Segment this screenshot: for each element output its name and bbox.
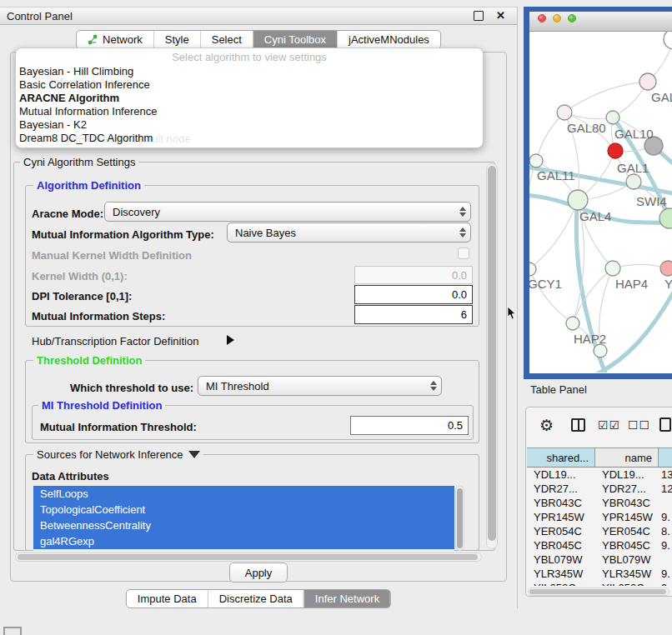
- table-column-header[interactable]: A: [659, 448, 672, 467]
- network-node-nbot[interactable]: [594, 344, 607, 358]
- control-panel-tabs: Network Style Select Cyni Toolbox jActiv…: [76, 30, 441, 49]
- manual-kernel-width-label: Manual Kernel Width Definition: [32, 249, 192, 262]
- stepper-icon: [455, 228, 470, 238]
- attributes-list-scrollbar[interactable]: [455, 486, 464, 551]
- which-threshold-select[interactable]: MI Threshold: [198, 376, 442, 396]
- table-row[interactable]: YDR27...YDR27...12: [527, 482, 672, 496]
- mi-steps-input[interactable]: [354, 305, 473, 324]
- network-node-swi4[interactable]: [626, 174, 641, 189]
- hub-disclosure-icon[interactable]: [227, 335, 234, 345]
- table-horizontal-scrollbar[interactable]: [528, 588, 669, 596]
- unchecked-checkboxes-icon[interactable]: ☐☐: [628, 418, 650, 432]
- algorithm-option[interactable]: Mutual Information Inference: [19, 105, 479, 118]
- data-attribute-item[interactable]: TopologicalCoefficient: [33, 502, 454, 518]
- table-row[interactable]: YLR345WYLR345W9.: [527, 567, 672, 581]
- table-body: YDL19...YDL19...13YDR27...YDR27...12YBR0…: [527, 468, 672, 586]
- algorithm-dropdown-popup: Inference Algorithm galFiltered.sif defa…: [15, 48, 484, 148]
- table-row[interactable]: YIL052CYIL052C9: [527, 581, 672, 586]
- network-edge[interactable]: [613, 264, 668, 268]
- data-attribute-item[interactable]: SelfLoops: [33, 486, 454, 502]
- close-window-icon[interactable]: [538, 14, 546, 22]
- network-node-hap4[interactable]: [605, 261, 620, 276]
- aracne-mode-label: Aracne Mode:: [32, 208, 103, 220]
- network-edge[interactable]: [564, 82, 648, 112]
- table-cell: YDR27...: [527, 482, 595, 496]
- settings-vertical-scrollbar[interactable]: [486, 163, 498, 549]
- network-node-gal4[interactable]: [568, 190, 588, 210]
- attributes-list-scrollbar-thumb[interactable]: [457, 488, 463, 548]
- table-row[interactable]: YBR045CYBR045C9.: [527, 538, 672, 552]
- table-row[interactable]: YDL19...YDL19...13: [527, 468, 672, 482]
- tab-infer-network[interactable]: Infer Network: [303, 590, 390, 608]
- network-node-gal10[interactable]: [606, 111, 619, 124]
- hub-definition-label: Hub/Transcription Factor Definition: [32, 335, 198, 348]
- tab-cyni-toolbox[interactable]: Cyni Toolbox: [253, 31, 337, 48]
- data-attribute-item[interactable]: gal4RGexp: [33, 533, 454, 549]
- network-edge[interactable]: [529, 200, 578, 269]
- manual-kernel-width-checkbox[interactable]: [458, 248, 469, 259]
- network-node-ntop[interactable]: [664, 32, 672, 49]
- tab-style[interactable]: Style: [153, 31, 200, 48]
- table-cell: YBR043C: [595, 496, 659, 510]
- split-columns-icon[interactable]: [571, 418, 585, 432]
- control-panel: Control Panel ✕ Network Style Select Cyn…: [0, 7, 518, 608]
- table-column-header[interactable]: shared...: [527, 448, 595, 467]
- tab-impute-data[interactable]: Impute Data: [127, 590, 208, 608]
- gear-icon[interactable]: ⚙: [539, 416, 554, 435]
- table-cell: YER054C: [595, 524, 659, 538]
- algorithm-option[interactable]: Bayesian - K2: [19, 118, 479, 132]
- mi-algorithm-type-select[interactable]: Naive Bayes: [227, 222, 471, 242]
- table-row[interactable]: YBR043CYBR043C: [527, 496, 672, 510]
- kernel-width-input[interactable]: [354, 266, 473, 284]
- sources-disclosure-icon[interactable]: [188, 451, 200, 458]
- minimize-window-icon[interactable]: [553, 14, 561, 22]
- table-row[interactable]: YBL079WYBL079W: [527, 552, 672, 567]
- checked-checkboxes-icon[interactable]: ☑☑: [598, 418, 620, 432]
- dpi-tolerance-input[interactable]: [354, 285, 473, 304]
- data-attribute-item[interactable]: BetweennessCentrality: [33, 518, 454, 533]
- table-column-header[interactable]: name: [595, 448, 659, 467]
- network-node-galp[interactable]: [639, 73, 656, 90]
- table-row[interactable]: YER054CYER054C8.: [527, 524, 672, 538]
- network-canvas[interactable]: GALGAL80GAL10GAL1SWI4GAL11GAL4GCY1HAP4YH…: [529, 32, 672, 372]
- network-edge[interactable]: [529, 161, 536, 269]
- network-edge[interactable]: [536, 112, 564, 161]
- table-horizontal-scrollbar-thumb[interactable]: [529, 589, 666, 594]
- mouse-cursor: [507, 307, 517, 320]
- mi-threshold-definition-legend: MI Threshold Definition: [38, 399, 165, 412]
- collapsed-panel-icon[interactable]: [3, 627, 22, 635]
- settings-vertical-scrollbar-thumb[interactable]: [488, 166, 496, 541]
- tab-select[interactable]: Select: [200, 31, 253, 48]
- data-attributes-list: SelfLoopsTopologicalCoefficientBetweenne…: [33, 486, 454, 551]
- network-node-hap2[interactable]: [566, 317, 579, 330]
- network-node-gal1[interactable]: [608, 143, 623, 158]
- apply-button[interactable]: Apply: [229, 562, 288, 582]
- aracne-mode-select[interactable]: Discovery: [104, 202, 471, 222]
- table-cell: 8.: [659, 524, 672, 538]
- network-node-gal80[interactable]: [557, 105, 572, 120]
- close-panel-icon[interactable]: ✕: [496, 9, 505, 22]
- algorithm-option[interactable]: Dream8 DC_TDC Algorithm: [19, 132, 479, 145]
- algorithm-option[interactable]: ARACNE Algorithm: [19, 92, 479, 105]
- stepper-icon: [426, 381, 441, 391]
- tab-network[interactable]: Network: [77, 31, 153, 48]
- kernel-width-label: Kernel Width (0,1):: [32, 270, 128, 282]
- algorithm-option[interactable]: Basic Correlation Inference: [19, 78, 479, 92]
- network-node-rgreen[interactable]: [659, 208, 672, 228]
- table-cell: YBL079W: [595, 552, 659, 567]
- table-row[interactable]: YPR145WYPR145W9.: [527, 510, 672, 524]
- network-node-gal11[interactable]: [529, 154, 543, 168]
- network-node-pinkr[interactable]: [660, 261, 672, 276]
- tab-discretize-data[interactable]: Discretize Data: [208, 590, 303, 608]
- float-window-icon[interactable]: [474, 11, 484, 21]
- algorithm-definition-legend: Algorithm Definition: [33, 179, 144, 192]
- algorithm-option[interactable]: Bayesian - Hill Climbing: [19, 65, 479, 78]
- settings-horizontal-scrollbar[interactable]: [15, 552, 482, 562]
- new-table-icon[interactable]: [659, 418, 671, 432]
- zoom-window-icon[interactable]: [568, 14, 576, 22]
- tab-select-label: Select: [212, 33, 242, 46]
- settings-horizontal-scrollbar-thumb[interactable]: [18, 554, 478, 560]
- tab-jactivemnodules[interactable]: jActiveMNodules: [337, 31, 440, 48]
- mi-threshold-input[interactable]: [350, 416, 469, 435]
- tab-style-label: Style: [165, 33, 189, 46]
